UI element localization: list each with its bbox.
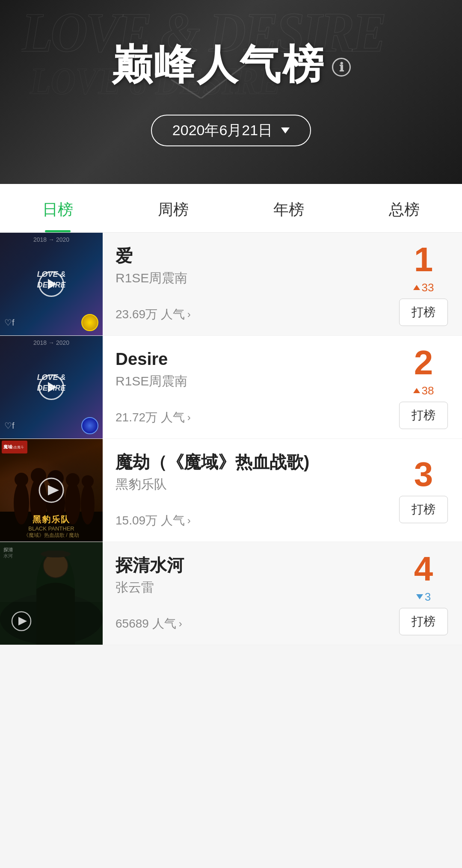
song-artist-3: 黑豹乐队: [116, 476, 376, 493]
popularity-arrow-2: ›: [187, 412, 191, 424]
song-item: 探清 水河: [0, 542, 462, 645]
song-cover-4[interactable]: 探清 水河: [0, 542, 103, 645]
popularity-value-1: 23.69万 人气: [116, 306, 185, 323]
song-title-2: Desire: [116, 349, 376, 369]
song-info-4: 探清水河 张云雷 65689 人气 ›: [103, 542, 385, 645]
song-artist-2: R1SE周震南: [116, 373, 376, 390]
heart-icon-2: ♡f: [4, 421, 15, 431]
svg-point-10: [66, 473, 80, 487]
tab-weekly[interactable]: 周榜: [116, 184, 231, 232]
popularity-arrow-4: ›: [179, 618, 182, 630]
rank-number-4: 4: [414, 552, 433, 586]
arrow-up-icon-2: [413, 388, 420, 393]
song-item: 2018 → 2020 LOVE &DESIRE ♡f 爱 R1SE周震南 23…: [0, 233, 462, 336]
page-title: 巅峰人气榜: [111, 38, 325, 93]
tab-total[interactable]: 总榜: [346, 184, 462, 232]
cover-date-tag-2: 2018 → 2020: [0, 339, 103, 346]
svg-text:探清: 探清: [3, 547, 13, 552]
play-button-1[interactable]: [38, 271, 64, 297]
popularity-arrow-3: ›: [187, 515, 191, 527]
date-selector-button[interactable]: 2020年6月21日: [151, 115, 311, 146]
song-title-3: 魔劫（《魔域》热血战歌): [116, 452, 376, 472]
rank-change-value-1: 33: [422, 281, 434, 294]
svg-text:热血魔斗: 热血魔斗: [10, 445, 24, 449]
band-name-label: 黑豹乐队: [0, 514, 103, 525]
rank-change-4: 3: [416, 590, 431, 604]
date-label: 2020年6月21日: [172, 121, 272, 140]
song-item: 2018 → 2020 LOVE &DESIRE ♡f Desire R1SE周…: [0, 336, 462, 439]
explore-cover-art: 探清 水河: [0, 542, 103, 645]
song-cover-3[interactable]: 魔域 热血魔斗 黑豹乐队 BLACK PANTHER 《魔域》热血战歌 / 魔劫: [0, 439, 103, 542]
svg-point-4: [15, 473, 28, 486]
hero-title-row: 巅峰人气榜 ℹ: [111, 38, 351, 93]
vote-button-2[interactable]: 打榜: [399, 402, 448, 429]
band-subtitle: BLACK PANTHER: [0, 525, 103, 532]
song-info-1: 爱 R1SE周震南 23.69万 人气 ›: [103, 233, 385, 335]
arrow-down-icon: [416, 594, 423, 599]
rank-number-2: 2: [414, 346, 433, 380]
badge-blue: [81, 417, 98, 434]
vote-button-4[interactable]: 打榜: [399, 608, 448, 635]
info-icon[interactable]: ℹ: [332, 58, 351, 77]
rank-change-value-2: 38: [422, 384, 434, 397]
popularity-value-2: 21.72万 人气: [116, 409, 185, 426]
svg-rect-27: [47, 551, 64, 555]
tab-daily[interactable]: 日榜: [0, 184, 116, 232]
badge-gold: [81, 314, 98, 331]
rank-change-2: 38: [413, 384, 434, 397]
song-rank-4: 4 3 打榜: [385, 542, 462, 645]
rank-change-1: 33: [413, 281, 434, 294]
arrow-up-icon: [413, 285, 420, 290]
song-rank-1: 1 33 打榜: [385, 233, 462, 335]
song-rank-3: 3 打榜: [385, 439, 462, 542]
rank-change-value-4: 3: [425, 590, 431, 604]
song-cover-1[interactable]: 2018 → 2020 LOVE &DESIRE ♡f: [0, 233, 103, 335]
cover-icons-2: ♡f: [0, 417, 103, 434]
song-item: 魔域 热血魔斗 黑豹乐队 BLACK PANTHER 《魔域》热血战歌 / 魔劫…: [0, 439, 462, 542]
song-list: 2018 → 2020 LOVE &DESIRE ♡f 爱 R1SE周震南 23…: [0, 233, 462, 645]
cover-date-tag-1: 2018 → 2020: [0, 236, 103, 243]
song-artist-1: R1SE周震南: [116, 270, 376, 287]
popularity-value-3: 15.09万 人气: [116, 513, 185, 529]
song-cover-2[interactable]: 2018 → 2020 LOVE &DESIRE ♡f: [0, 336, 103, 438]
heart-icon: ♡f: [4, 317, 15, 328]
song-rank-2: 2 38 打榜: [385, 336, 462, 438]
song-sub-label: 《魔域》热血战歌 / 魔劫: [0, 532, 103, 539]
song-popularity-1[interactable]: 23.69万 人气 ›: [116, 306, 376, 323]
hero-section: LOVE & DESIRE LOVE 8 DESIRE 巅峰人气榜 ℹ 2020…: [0, 0, 462, 184]
play-button-2[interactable]: [38, 374, 64, 400]
popularity-arrow-1: ›: [187, 308, 191, 320]
song-popularity-3[interactable]: 15.09万 人气 ›: [116, 513, 376, 529]
tab-bar: 日榜 周榜 年榜 总榜: [0, 184, 462, 233]
song-info-3: 魔劫（《魔域》热血战歌) 黑豹乐队 15.09万 人气 ›: [103, 439, 385, 542]
song-title-1: 爱: [116, 246, 376, 266]
song-title-4: 探清水河: [116, 555, 376, 575]
song-info-2: Desire R1SE周震南 21.72万 人气 ›: [103, 336, 385, 438]
svg-text:水河: 水河: [3, 553, 13, 558]
chevron-down-icon: [281, 127, 290, 133]
cover-icons-1: ♡f: [0, 314, 103, 331]
tab-yearly[interactable]: 年榜: [231, 184, 346, 232]
svg-point-12: [82, 475, 94, 487]
song-popularity-2[interactable]: 21.72万 人气 ›: [116, 409, 376, 426]
song-artist-4: 张云雷: [116, 579, 376, 596]
popularity-value-4: 65689 人气: [116, 616, 176, 632]
song-popularity-4[interactable]: 65689 人气 ›: [116, 616, 376, 632]
vote-button-3[interactable]: 打榜: [399, 496, 448, 523]
vote-button-1[interactable]: 打榜: [399, 299, 448, 326]
rank-number-1: 1: [414, 243, 433, 277]
rank-number-3: 3: [414, 457, 433, 492]
